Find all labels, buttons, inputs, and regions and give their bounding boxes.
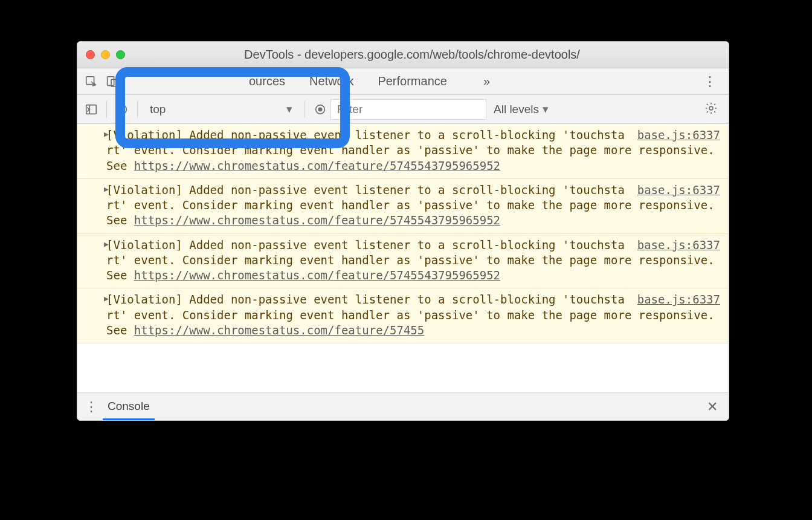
svg-rect-1 bbox=[108, 76, 114, 85]
main-menu-icon[interactable]: ⋮ bbox=[695, 74, 725, 89]
console-toolbar: top ▾ All levels ▾ bbox=[77, 95, 729, 124]
devtools-window: DevTools - developers.google.com/web/too… bbox=[77, 41, 729, 421]
message-link[interactable]: https://www.chromestatus.com/feature/574… bbox=[134, 268, 500, 282]
console-settings-icon[interactable] bbox=[697, 102, 725, 117]
zoom-window-button[interactable] bbox=[116, 50, 125, 59]
close-drawer-icon[interactable]: ✕ bbox=[702, 399, 723, 415]
source-link[interactable]: base.js:6337 bbox=[637, 128, 720, 143]
tab-performance[interactable]: Performance bbox=[378, 74, 447, 88]
log-levels-select[interactable]: All levels ▾ bbox=[486, 102, 556, 116]
source-link[interactable]: base.js:6337 bbox=[637, 183, 720, 198]
message-link[interactable]: https://www.chromestatus.com/feature/574… bbox=[134, 323, 424, 337]
inspect-element-icon[interactable] bbox=[81, 71, 102, 92]
device-toolbar-icon[interactable] bbox=[102, 71, 122, 92]
console-message: ▶base.js:6337[Violation] Added non-passi… bbox=[77, 288, 729, 343]
filter-input[interactable] bbox=[330, 99, 486, 120]
svg-point-7 bbox=[709, 106, 713, 110]
separator bbox=[304, 101, 305, 118]
dropdown-caret-icon: ▾ bbox=[543, 102, 549, 116]
dropdown-caret-icon: ▾ bbox=[286, 102, 292, 116]
drawer-menu-icon[interactable]: ⋮ bbox=[83, 399, 103, 415]
expand-arrow-icon[interactable]: ▶ bbox=[104, 293, 109, 304]
window-title: DevTools - developers.google.com/web/too… bbox=[140, 48, 720, 62]
tab-network[interactable]: Network bbox=[309, 74, 353, 88]
expand-arrow-icon[interactable]: ▶ bbox=[104, 239, 109, 249]
drawer: ⋮ Console ✕ bbox=[77, 392, 729, 420]
console-messages: ▶base.js:6337[Violation] Added non-passi… bbox=[77, 124, 729, 392]
tab-sources[interactable]: ources bbox=[249, 74, 285, 88]
svg-point-6 bbox=[318, 108, 322, 111]
titlebar: DevTools - developers.google.com/web/too… bbox=[77, 42, 729, 68]
minimize-window-button[interactable] bbox=[101, 50, 110, 59]
drawer-tab-console[interactable]: Console bbox=[103, 394, 155, 420]
console-message: ▶base.js:6337[Violation] Added non-passi… bbox=[77, 179, 729, 234]
show-console-sidebar-icon[interactable] bbox=[81, 99, 102, 120]
message-link[interactable]: https://www.chromestatus.com/feature/574… bbox=[134, 213, 500, 227]
console-message: ▶base.js:6337[Violation] Added non-passi… bbox=[77, 234, 729, 289]
expand-arrow-icon[interactable]: ▶ bbox=[104, 184, 109, 194]
svg-rect-3 bbox=[86, 105, 97, 114]
traffic-lights bbox=[86, 50, 125, 59]
source-link[interactable]: base.js:6337 bbox=[637, 292, 720, 307]
context-label: top bbox=[150, 103, 166, 116]
clear-console-icon[interactable] bbox=[112, 99, 132, 120]
levels-label: All levels bbox=[494, 103, 539, 116]
more-tabs-icon[interactable]: » bbox=[471, 74, 502, 88]
separator bbox=[106, 101, 107, 118]
live-expression-icon[interactable] bbox=[310, 99, 330, 120]
expand-arrow-icon[interactable]: ▶ bbox=[104, 129, 109, 139]
main-tab-bar: ources Network Performance » ⋮ bbox=[77, 68, 729, 95]
message-link[interactable]: https://www.chromestatus.com/feature/574… bbox=[134, 159, 500, 172]
execution-context-select[interactable]: top ▾ bbox=[143, 100, 300, 119]
console-message: ▶base.js:6337[Violation] Added non-passi… bbox=[77, 124, 729, 179]
close-window-button[interactable] bbox=[86, 50, 95, 59]
separator bbox=[137, 101, 138, 118]
source-link[interactable]: base.js:6337 bbox=[637, 238, 720, 253]
